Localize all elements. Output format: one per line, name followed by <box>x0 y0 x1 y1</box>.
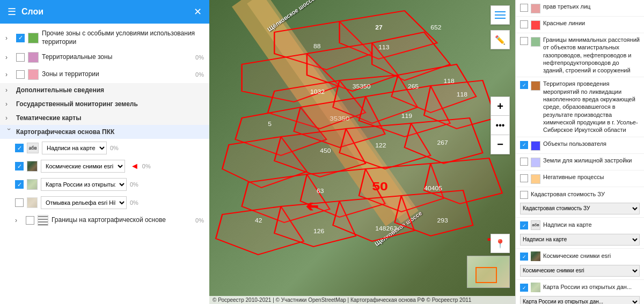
svg-text:5: 5 <box>268 121 272 127</box>
svg-text:119: 119 <box>401 113 412 119</box>
right-cb-russia-map[interactable] <box>520 284 528 292</box>
checkbox-zones[interactable] <box>16 70 25 79</box>
color-special-zones <box>28 33 39 43</box>
minimap <box>467 256 510 288</box>
checkbox-special-zones[interactable] <box>16 34 25 42</box>
location-button[interactable]: 📍 <box>491 234 510 253</box>
right-cb-chemical[interactable] <box>520 81 528 89</box>
right-select-russia-map[interactable]: Карта России из открытых дан... <box>520 296 640 304</box>
svg-text:63: 63 <box>317 188 324 194</box>
layer-territorial-zones: › Территориальные зоны 0% <box>0 49 209 66</box>
right-color-negative <box>531 174 540 184</box>
right-cb-user-objects[interactable] <box>520 141 528 149</box>
color-territorial <box>28 52 39 63</box>
opacity-russia-map: 0% <box>130 181 138 188</box>
more-button[interactable]: ••• <box>491 116 510 135</box>
right-cb-third-party[interactable] <box>520 4 528 12</box>
svg-text:27: 27 <box>375 25 382 31</box>
right-cb-satellite[interactable] <box>520 253 528 261</box>
right-icon-russia-map <box>531 283 540 292</box>
select-russia-map[interactable]: Карта России из открытых данн... <box>41 178 127 191</box>
map-bottom-bar: © Росреестр 2010-2021 | © Участники Open… <box>209 296 515 304</box>
icon-russia-map <box>27 179 38 190</box>
layer-relief: Отмывка рельефа esri Hillshade 0% <box>0 194 209 212</box>
checkbox-territorial-zones[interactable] <box>16 53 25 62</box>
expand-boundaries[interactable]: › <box>15 217 23 224</box>
layer-boundaries: › Границы на картографической основе 0% <box>0 212 209 229</box>
zoom-out-button[interactable]: − <box>491 135 510 154</box>
expand-arrow-zones[interactable]: › <box>5 71 13 78</box>
close-icon[interactable]: ✕ <box>194 6 202 18</box>
svg-marker-12 <box>222 137 307 188</box>
label-boundaries: Границы на картографической основе <box>52 216 192 225</box>
section-cartographic-base[interactable]: › Картографическая основа ПКК <box>0 125 209 139</box>
layers-button[interactable] <box>491 5 510 25</box>
checkbox-boundaries[interactable] <box>26 216 34 225</box>
layer-list: › Прочие зоны с особыми условиями исполь… <box>0 24 209 304</box>
satellite-right-top: Космические снимки esri <box>520 251 640 261</box>
opacity-inscriptions: 0% <box>110 145 119 151</box>
svg-marker-4 <box>372 32 450 80</box>
arrow-annotation: ◄ <box>130 161 139 171</box>
right-cb-housing[interactable] <box>520 158 528 166</box>
checkbox-satellite[interactable] <box>15 162 24 170</box>
right-select-satellite[interactable]: Космические снимки esri <box>520 265 640 277</box>
right-cb-negative[interactable] <box>520 174 528 182</box>
svg-text:122: 122 <box>375 143 386 149</box>
icon-satellite <box>27 161 38 172</box>
svg-text:118: 118 <box>444 78 455 84</box>
right-label-cadastral: Кадастровая стоимость ЗУ <box>531 190 640 198</box>
zoom-in-button[interactable]: + <box>491 97 510 116</box>
label-additional: Дополнительные сведения <box>16 86 104 94</box>
right-label-housing: Земли для жилищной застройки <box>543 157 640 164</box>
expand-arrow[interactable]: › <box>5 34 13 42</box>
svg-text:293: 293 <box>437 218 448 224</box>
section-thematic-maps[interactable]: › Тематические карты <box>0 111 209 125</box>
checkbox-russia-map[interactable] <box>15 180 24 189</box>
cadastral-top-row: Кадастровая стоимость ЗУ <box>520 190 640 199</box>
right-layer-panel: прав третьих лиц Красные линии Границы м… <box>515 0 644 304</box>
expand-additional: › <box>5 86 13 94</box>
svg-rect-46 <box>495 11 506 12</box>
select-satellite[interactable]: Космические снимки esri <box>41 160 125 173</box>
svg-text:265: 265 <box>408 84 419 90</box>
minimap-viewport <box>475 267 497 283</box>
section-state-monitoring[interactable]: › Государственный мониторинг земель <box>0 97 209 111</box>
svg-rect-48 <box>495 18 506 19</box>
select-relief[interactable]: Отмывка рельефа esri Hillshade <box>41 196 127 209</box>
label-monitoring: Государственный мониторинг земель <box>16 100 138 108</box>
right-item-min-distances: Границы минимальных расстояний от объект… <box>516 33 644 77</box>
expand-cartographic: › <box>5 128 13 136</box>
right-label-inscriptions: Надписи на карте <box>543 221 640 228</box>
section-additional-info[interactable]: › Дополнительные сведения <box>0 83 209 97</box>
right-cb-min-dist[interactable] <box>520 37 528 45</box>
layer-satellite: Космические снимки esri ◄ 0% <box>0 157 209 175</box>
left-layer-panel: ☰ Слои ✕ › Прочие зоны с особыми условия… <box>0 0 209 304</box>
right-item-third-party: прав третьих лиц <box>516 0 644 17</box>
right-color-housing <box>531 158 540 167</box>
svg-marker-10 <box>359 86 450 137</box>
zoom-controls: + ••• − <box>491 97 510 154</box>
right-cb-cadastral[interactable] <box>520 191 528 199</box>
svg-text:450: 450 <box>320 148 331 154</box>
svg-marker-15 <box>405 118 483 164</box>
opacity-boundaries: 0% <box>195 217 204 224</box>
hamburger-icon[interactable]: ☰ <box>8 6 16 18</box>
right-label-user-objects: Объекты пользователя <box>543 140 640 147</box>
right-item-red-lines: Красные линии <box>516 17 644 33</box>
pencil-button[interactable]: ✏️ <box>491 30 510 49</box>
right-label-red-lines: Красные линии <box>543 19 640 27</box>
expand-arrow-territorial[interactable]: › <box>5 54 13 61</box>
bottom-bar-text: © Росреестр 2010-2021 | © Участники Open… <box>213 297 471 303</box>
right-select-cadastral[interactable]: Кадастровая стоимость ЗУ <box>520 203 640 214</box>
right-select-inscriptions[interactable]: Надписи на карте <box>520 234 640 246</box>
map-controls: ✏️ <box>491 5 510 49</box>
right-cb-red-lines[interactable] <box>520 20 528 28</box>
right-cb-inscriptions[interactable] <box>520 221 528 229</box>
map-container[interactable]: Щёлковское шоссе Щёлковское шоссе <box>209 0 515 304</box>
right-label-min-dist: Границы минимальных расстояний от объект… <box>543 36 640 74</box>
checkbox-relief[interactable] <box>15 198 24 207</box>
select-inscriptions[interactable]: Надписи на карте <box>42 142 107 154</box>
road-diagonal2 <box>247 0 419 223</box>
checkbox-inscriptions[interactable] <box>15 144 24 152</box>
